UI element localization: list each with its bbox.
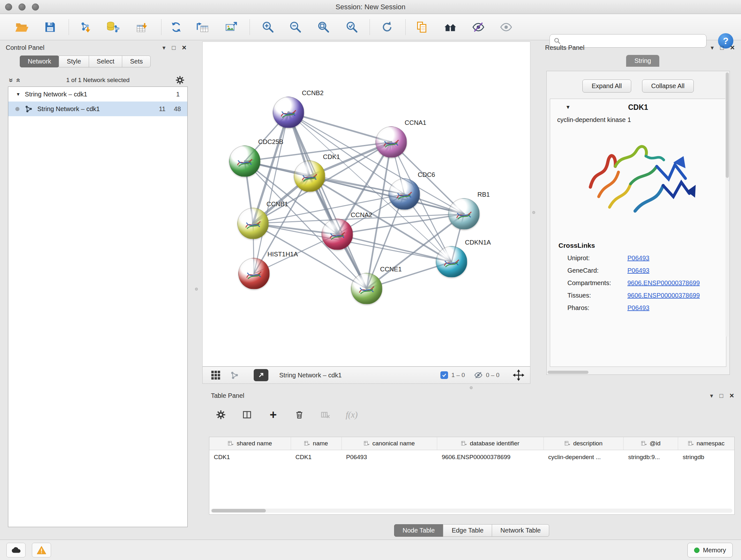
crosslink-link[interactable]: 9606.ENSP00000378699 bbox=[627, 292, 700, 299]
network-node-ccna2[interactable] bbox=[322, 219, 353, 250]
tab-network[interactable]: Network bbox=[20, 56, 59, 67]
column-header-icon bbox=[564, 441, 570, 446]
table-horizontal-scrollbar[interactable] bbox=[211, 509, 732, 513]
collapse-all-button[interactable]: Collapse All bbox=[642, 79, 694, 92]
tab-sets[interactable]: Sets bbox=[122, 56, 151, 67]
import-network-database-button[interactable] bbox=[104, 18, 122, 36]
tree-expander-icon[interactable]: ▼ bbox=[16, 91, 20, 97]
crosslink-link[interactable]: 9606.ENSP00000378699 bbox=[627, 279, 700, 287]
panel-close-icon[interactable]: × bbox=[182, 44, 186, 51]
birdseye-view-button[interactable] bbox=[254, 369, 268, 381]
export-image-button[interactable] bbox=[222, 18, 240, 36]
zoom-in-button[interactable] bbox=[259, 18, 277, 36]
panel-close-icon[interactable]: × bbox=[730, 392, 734, 399]
panel-float-icon[interactable]: □ bbox=[720, 45, 724, 51]
network-view-icon[interactable] bbox=[230, 371, 239, 380]
tab-edge-table[interactable]: Edge Table bbox=[443, 524, 492, 537]
network-node-cdc6[interactable] bbox=[389, 179, 420, 210]
zoom-selected-button[interactable] bbox=[343, 18, 361, 36]
table-settings-button[interactable] bbox=[215, 409, 227, 421]
protein-structure-image bbox=[578, 131, 699, 233]
column-header[interactable]: @id bbox=[623, 437, 678, 450]
panel-menu-icon[interactable]: ▾ bbox=[162, 45, 165, 51]
network-node-hist1h1a[interactable] bbox=[239, 258, 270, 289]
collapse-section-icon[interactable]: ▼ bbox=[565, 105, 570, 110]
new-network-from-selection-button[interactable] bbox=[167, 18, 185, 36]
table-cell[interactable]: CDK1 bbox=[291, 450, 342, 464]
delete-column-button[interactable] bbox=[320, 409, 332, 421]
add-column-button[interactable]: + bbox=[267, 409, 279, 421]
column-header[interactable]: namespac bbox=[678, 437, 734, 450]
crosslink-link[interactable]: P06493 bbox=[627, 267, 650, 274]
table-cell[interactable]: stringdb:9... bbox=[623, 450, 678, 464]
import-table-button[interactable] bbox=[133, 18, 151, 36]
table-cell[interactable]: CDK1 bbox=[209, 450, 291, 464]
table-cell[interactable]: P06493 bbox=[342, 450, 437, 464]
crosslink-link[interactable]: P06493 bbox=[627, 254, 650, 262]
table-cell[interactable]: stringdb bbox=[678, 450, 734, 464]
database-network-icon bbox=[106, 20, 120, 34]
panel-menu-icon[interactable]: ▾ bbox=[711, 45, 714, 51]
grid-view-icon[interactable] bbox=[211, 370, 220, 380]
results-scrollbar[interactable] bbox=[725, 72, 729, 337]
network-node-ccnb2[interactable] bbox=[273, 97, 304, 128]
network-node-cdkn1a[interactable] bbox=[436, 246, 467, 277]
delete-rows-button[interactable] bbox=[293, 409, 306, 421]
memory-button[interactable]: Memory bbox=[687, 543, 733, 557]
show-columns-button[interactable] bbox=[241, 409, 253, 421]
table-cell[interactable]: cyclin-dependent ... bbox=[544, 450, 624, 464]
protein-structure-thumbnail bbox=[382, 137, 401, 150]
trash-icon bbox=[295, 410, 304, 419]
tab-style[interactable]: Style bbox=[59, 56, 89, 67]
show-graphics-button[interactable] bbox=[497, 18, 515, 36]
network-node-cdk1[interactable] bbox=[294, 161, 325, 192]
column-header[interactable]: name bbox=[291, 437, 342, 450]
network-table-button[interactable] bbox=[194, 18, 212, 36]
table-row[interactable]: CDK1 CDK1 P06493 9606.ENSP00000378699 cy… bbox=[209, 450, 734, 464]
memory-label: Memory bbox=[703, 547, 726, 554]
zoom-out-button[interactable] bbox=[286, 18, 305, 36]
vertical-splitter-handle[interactable] bbox=[195, 288, 198, 291]
panel-close-icon[interactable]: × bbox=[730, 44, 735, 51]
table-cell[interactable]: 9606.ENSP00000378699 bbox=[437, 450, 544, 464]
tab-select[interactable]: Select bbox=[89, 56, 123, 67]
network-node-ccnb1[interactable] bbox=[238, 208, 269, 239]
panel-menu-icon[interactable]: ▾ bbox=[710, 393, 713, 399]
vertical-splitter-handle[interactable] bbox=[532, 211, 535, 214]
panel-float-icon[interactable]: □ bbox=[172, 45, 176, 51]
network-collection-row[interactable]: ▼ String Network – cdk1 1 bbox=[8, 87, 187, 102]
results-horizontal-scrollbar[interactable] bbox=[548, 371, 589, 374]
gear-icon[interactable] bbox=[176, 76, 185, 84]
network-node-cdc25b[interactable] bbox=[229, 145, 260, 177]
column-header[interactable]: description bbox=[544, 437, 624, 450]
collapse-all-icon[interactable]: » bbox=[7, 78, 15, 82]
function-builder-button[interactable]: f(x) bbox=[346, 409, 358, 421]
pan-crosshair-icon[interactable] bbox=[513, 369, 524, 381]
home-button[interactable] bbox=[441, 18, 459, 36]
tab-node-table[interactable]: Node Table bbox=[394, 524, 444, 537]
copy-document-button[interactable] bbox=[413, 18, 431, 36]
network-node-ccne1[interactable] bbox=[351, 273, 382, 304]
network-view[interactable]: CCNB2CCNA1CDC25BCDK1CDC6RB1CCNB1CCNA2CDK… bbox=[202, 42, 530, 367]
tab-network-table[interactable]: Network Table bbox=[492, 524, 549, 537]
string-results-tab[interactable]: String bbox=[626, 55, 659, 67]
expand-all-icon[interactable]: « bbox=[15, 78, 22, 82]
network-row[interactable]: String Network – cdk1 11 48 bbox=[8, 102, 187, 116]
column-header[interactable]: shared name bbox=[209, 437, 291, 450]
column-header[interactable]: database identifier bbox=[437, 437, 544, 450]
open-session-button[interactable] bbox=[13, 18, 30, 36]
refresh-button[interactable] bbox=[378, 18, 396, 36]
crosslink-link[interactable]: P06493 bbox=[627, 304, 650, 312]
panel-float-icon[interactable]: □ bbox=[720, 393, 723, 399]
network-node-rb1[interactable] bbox=[448, 198, 480, 230]
import-network-file-button[interactable] bbox=[77, 18, 94, 36]
cloud-status-button[interactable] bbox=[6, 543, 25, 557]
zoom-fit-button[interactable] bbox=[315, 18, 333, 36]
network-node-ccna1[interactable] bbox=[376, 126, 407, 158]
save-session-button[interactable] bbox=[41, 18, 59, 36]
warnings-button[interactable] bbox=[32, 543, 51, 557]
horizontal-splitter-handle[interactable] bbox=[470, 386, 473, 389]
hide-graphics-button[interactable] bbox=[469, 18, 487, 36]
expand-all-button[interactable]: Expand All bbox=[583, 79, 631, 92]
column-header[interactable]: canonical name bbox=[342, 437, 437, 450]
